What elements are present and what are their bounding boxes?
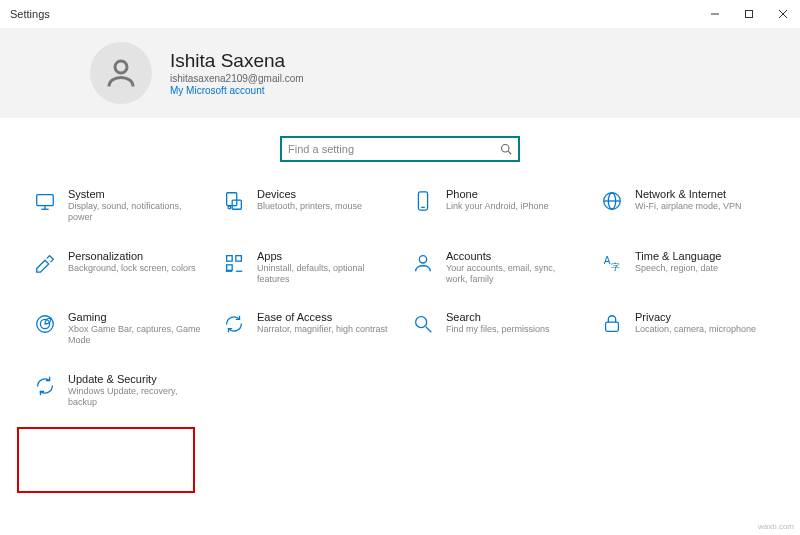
devices-icon [221, 188, 247, 214]
tile-desc: Uninstall, defaults, optional features [257, 263, 390, 286]
tile-phone[interactable]: PhoneLink your Android, iPhone [406, 184, 583, 228]
tile-desc: Find my files, permissions [446, 324, 550, 335]
window-title: Settings [10, 8, 50, 20]
user-header: Ishita Saxena ishitasaxena2109@gmail.com… [0, 28, 800, 118]
tile-title: Phone [446, 188, 549, 200]
tile-desc: Display, sound, notifications, power [68, 201, 201, 224]
svg-rect-18 [227, 255, 233, 260]
maximize-button[interactable] [732, 0, 766, 28]
tile-title: Time & Language [635, 250, 721, 262]
tile-title: Privacy [635, 311, 756, 323]
tile-update-security[interactable]: Update & SecurityWindows Update, recover… [28, 369, 205, 413]
accounts-icon [410, 250, 436, 276]
highlight-box [17, 427, 195, 493]
person-icon [103, 55, 139, 91]
svg-rect-19 [236, 255, 242, 260]
svg-rect-1 [746, 11, 753, 18]
search-input[interactable] [282, 138, 518, 160]
tile-title: Network & Internet [635, 188, 742, 200]
personalization-icon [32, 250, 58, 276]
tile-ease-of-access[interactable]: Ease of AccessNarrator, magnifier, high … [217, 307, 394, 351]
ease-of-access-icon [221, 311, 247, 337]
tile-desc: Location, camera, microphone [635, 324, 756, 335]
tile-desc: Background, lock screen, colors [68, 263, 196, 274]
tile-desc: Xbox Game Bar, captures, Game Mode [68, 324, 201, 347]
tile-network[interactable]: Network & InternetWi-Fi, airplane mode, … [595, 184, 772, 228]
titlebar: Settings [0, 0, 800, 28]
settings-grid: SystemDisplay, sound, notifications, pow… [0, 184, 800, 412]
tile-title: Personalization [68, 250, 196, 262]
svg-point-12 [228, 206, 231, 209]
tile-title: Apps [257, 250, 390, 262]
tile-personalization[interactable]: PersonalizationBackground, lock screen, … [28, 246, 205, 290]
watermark: waxb.com [758, 522, 794, 531]
tile-title: Update & Security [68, 373, 201, 385]
svg-point-5 [502, 145, 510, 153]
tile-title: Devices [257, 188, 362, 200]
tile-title: Ease of Access [257, 311, 388, 323]
svg-line-6 [508, 151, 511, 154]
tile-accounts[interactable]: AccountsYour accounts, email, sync, work… [406, 246, 583, 290]
svg-rect-20 [227, 264, 233, 270]
svg-point-23 [419, 255, 426, 262]
tile-time[interactable]: A字 Time & LanguageSpeech, region, date [595, 246, 772, 290]
user-info: Ishita Saxena ishitasaxena2109@gmail.com… [170, 50, 304, 96]
svg-rect-30 [606, 322, 619, 331]
apps-icon [221, 250, 247, 276]
search-container [0, 118, 800, 184]
tile-title: Gaming [68, 311, 201, 323]
close-button[interactable] [766, 0, 800, 28]
phone-icon [410, 188, 436, 214]
gaming-icon [32, 311, 58, 337]
search-box[interactable] [280, 136, 520, 162]
svg-text:A: A [604, 254, 611, 265]
window-controls [698, 0, 800, 28]
tile-title: Search [446, 311, 550, 323]
svg-rect-7 [37, 195, 54, 206]
update-security-icon [32, 373, 58, 399]
tile-search[interactable]: SearchFind my files, permissions [406, 307, 583, 351]
svg-point-4 [115, 61, 127, 73]
time-language-icon: A字 [599, 250, 625, 276]
search-icon [500, 143, 512, 155]
tile-apps[interactable]: AppsUninstall, defaults, optional featur… [217, 246, 394, 290]
tile-devices[interactable]: DevicesBluetooth, printers, mouse [217, 184, 394, 228]
tile-desc: Link your Android, iPhone [446, 201, 549, 212]
tile-desc: Windows Update, recovery, backup [68, 386, 201, 409]
network-icon [599, 188, 625, 214]
tile-desc: Narrator, magnifier, high contrast [257, 324, 388, 335]
tile-system[interactable]: SystemDisplay, sound, notifications, pow… [28, 184, 205, 228]
svg-point-28 [416, 317, 427, 328]
minimize-button[interactable] [698, 0, 732, 28]
tile-desc: Wi-Fi, airplane mode, VPN [635, 201, 742, 212]
tile-title: Accounts [446, 250, 579, 262]
user-email: ishitasaxena2109@gmail.com [170, 73, 304, 84]
tile-gaming[interactable]: GamingXbox Game Bar, captures, Game Mode [28, 307, 205, 351]
user-name: Ishita Saxena [170, 50, 304, 72]
tile-desc: Bluetooth, printers, mouse [257, 201, 362, 212]
tile-title: System [68, 188, 201, 200]
system-icon [32, 188, 58, 214]
avatar[interactable] [90, 42, 152, 104]
tile-privacy[interactable]: PrivacyLocation, camera, microphone [595, 307, 772, 351]
privacy-icon [599, 311, 625, 337]
svg-text:字: 字 [611, 262, 620, 272]
svg-line-29 [426, 327, 432, 333]
tile-desc: Speech, region, date [635, 263, 721, 274]
search-tile-icon [410, 311, 436, 337]
microsoft-account-link[interactable]: My Microsoft account [170, 85, 304, 96]
tile-desc: Your accounts, email, sync, work, family [446, 263, 579, 286]
